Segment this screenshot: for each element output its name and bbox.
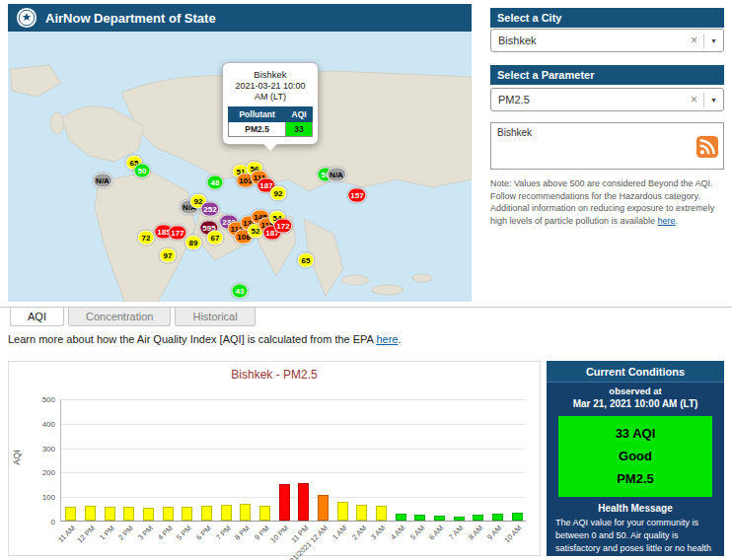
tab-aqi[interactable]: AQI (10, 308, 64, 326)
x-axis-label: 6 PM (194, 524, 213, 542)
chart-bar[interactable] (259, 506, 270, 521)
x-axis-label: 3 AM (369, 524, 387, 541)
aqi-map-marker[interactable]: 157 (347, 188, 366, 203)
x-axis-label: 10 AM (502, 524, 523, 544)
rss-icon[interactable] (696, 136, 718, 158)
aqi-map-marker[interactable]: 97 (160, 248, 177, 263)
chart-bar[interactable] (396, 514, 406, 521)
gridline (61, 424, 526, 425)
map-popup: Bishkek 2021-03-21 10:00 AM (LT) Polluta… (222, 62, 319, 145)
chart-bar[interactable] (221, 505, 232, 521)
chart-bar[interactable] (123, 507, 134, 521)
chart-bar[interactable] (143, 508, 154, 521)
x-axis-label: 2 AM (350, 524, 368, 541)
map-note: Note: Values above 500 are considered Be… (490, 177, 724, 227)
state-dept-seal-icon (16, 7, 37, 29)
aqi-map-marker[interactable]: 67 (207, 231, 224, 245)
chart-bar[interactable] (434, 516, 445, 521)
learn-more-suffix: . (398, 333, 401, 345)
aqi-map-marker[interactable]: 177 (168, 226, 186, 241)
chart-bar[interactable] (512, 513, 523, 521)
popup-col-aqi: AQI (286, 106, 313, 121)
x-axis-label: 5 AM (408, 524, 426, 541)
chart-bar[interactable] (182, 507, 192, 521)
aqi-value-line: 33 AQI (562, 423, 708, 446)
x-axis-label: 2 PM (116, 524, 135, 542)
popup-datetime: 2021-03-21 10:00 AM (LT) (228, 81, 313, 104)
app-title: AirNow Department of State (45, 11, 216, 26)
aqi-map-marker[interactable]: 252 (200, 202, 219, 217)
gridline (61, 449, 526, 450)
aqi-map-marker[interactable]: 50 (134, 164, 151, 178)
popup-city: Bishkek (228, 69, 313, 80)
chart-bar[interactable] (298, 483, 309, 521)
chart-bar[interactable] (318, 495, 329, 521)
gridline (61, 497, 526, 498)
x-axis-label: 6 AM (427, 524, 445, 541)
popup-col-pollutant: Pollutant (229, 106, 286, 121)
parameter-select[interactable]: PM2.5 × ▼ (490, 88, 724, 111)
tab-concentration[interactable]: Concentration (68, 308, 172, 326)
popup-table: Pollutant AQI PM2.5 33 (228, 106, 313, 137)
x-axis-label: 4 PM (156, 524, 175, 542)
tab-historical[interactable]: Historical (175, 308, 255, 326)
app-header: AirNow Department of State (8, 4, 472, 32)
chart-bar[interactable] (65, 507, 76, 521)
feed-box: Bishkek (490, 122, 724, 170)
current-conditions-panel: Current Conditions observed at Mar 21, 2… (547, 361, 724, 556)
aqi-map-marker[interactable]: N/A (93, 174, 112, 188)
feed-city-label: Bishkek (491, 123, 723, 142)
tab-strip: AQI Concentration Historical (0, 307, 732, 326)
parameter-dropdown-arrow-icon[interactable]: ▼ (704, 97, 723, 104)
aqi-map-marker[interactable]: 65 (298, 253, 315, 268)
chart-panel: Bishkek - PM2.5 AQI 010020030040050011 A… (8, 361, 541, 556)
x-axis-label: 8 AM (467, 524, 484, 541)
chart-bar[interactable] (492, 514, 503, 521)
x-axis-label: 5 PM (175, 524, 193, 542)
chart-bar[interactable] (376, 506, 387, 521)
note-suffix: . (676, 216, 679, 226)
chart-bar[interactable] (356, 505, 367, 521)
aqi-map-marker[interactable]: N/A (327, 168, 346, 182)
chart-bar[interactable] (414, 515, 425, 521)
parameter-select-value: PM2.5 (491, 94, 685, 105)
aqi-summary-box: 33 AQI Good PM2.5 (558, 416, 712, 497)
y-axis-tick: 400 (42, 419, 55, 428)
x-axis-label: 7 AM (447, 524, 465, 541)
y-axis-tick: 500 (42, 395, 55, 404)
note-text: Note: Values above 500 are considered Be… (490, 178, 714, 226)
aqi-map-marker[interactable]: 89 (185, 236, 202, 250)
chart-bar[interactable] (454, 517, 465, 521)
chart-bar[interactable] (201, 506, 212, 521)
learn-more-link[interactable]: here (376, 333, 398, 345)
chart-bar[interactable] (337, 502, 348, 521)
chart-bar[interactable] (279, 484, 290, 521)
aqi-map-marker[interactable]: 72 (138, 231, 155, 245)
x-axis-label: 4 AM (389, 524, 406, 541)
chart-bar[interactable] (163, 507, 174, 521)
note-link[interactable]: here (658, 216, 676, 226)
airnow-page: AirNow Department of State Bishkek 2021-… (0, 0, 732, 560)
aqi-map-marker[interactable]: 43 (232, 284, 249, 299)
map-canvas[interactable]: Bishkek 2021-03-21 10:00 AM (LT) Polluta… (8, 32, 472, 302)
city-select[interactable]: Bishkek × ▼ (490, 29, 724, 52)
aqi-map-marker[interactable]: 48 (207, 175, 224, 190)
city-dropdown-arrow-icon[interactable]: ▼ (704, 37, 723, 44)
x-axis-label: 1 AM (330, 524, 348, 541)
observed-at-label: observed at (547, 385, 724, 396)
chart-bar[interactable] (240, 504, 251, 521)
chart-bar[interactable] (105, 507, 115, 521)
popup-pollutant: PM2.5 (229, 121, 286, 136)
chart-plot: 010020030040050011 AM12 PM1 PM2 PM3 PM4 … (60, 399, 526, 522)
learn-more-text: Learn more about how the Air Quality Ind… (8, 333, 401, 345)
aqi-map-marker[interactable]: 92 (270, 186, 287, 201)
observed-time: Mar 21, 2021 10:00 AM (LT) (547, 398, 724, 409)
x-axis-label: 9 AM (485, 524, 503, 541)
y-axis-tick: 100 (42, 493, 55, 502)
x-axis-label: 8 PM (233, 524, 252, 542)
parameter-clear-icon[interactable]: × (685, 93, 703, 106)
aqi-map-marker[interactable]: 172 (273, 219, 292, 234)
chart-bar[interactable] (85, 506, 96, 521)
city-clear-icon[interactable]: × (685, 34, 703, 47)
chart-bar[interactable] (473, 515, 483, 521)
